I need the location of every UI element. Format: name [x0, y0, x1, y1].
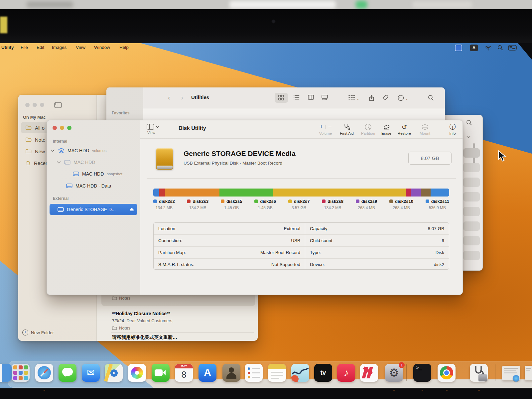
- dock-chrome-icon[interactable]: [438, 364, 456, 382]
- dock-messages-icon[interactable]: [59, 364, 76, 382]
- note-row3-title[interactable]: 请帮我用标准化美式英文重新…: [112, 334, 177, 340]
- control-center-icon[interactable]: [508, 44, 517, 51]
- sidebar-item-mac-hdd-container[interactable]: MAC HDD volumes: [51, 146, 106, 155]
- spotlight-icon[interactable]: [497, 44, 503, 51]
- device-subtitle: USB External Physical Disk · Master Boot…: [184, 161, 282, 166]
- device-info-table: Location:External Connection:USB Partiti…: [153, 222, 449, 270]
- menu-app-name[interactable]: Utility: [1, 45, 14, 50]
- legend-dot: [356, 200, 359, 203]
- minimize-button[interactable]: [60, 126, 64, 130]
- add-volume-icon[interactable]: +: [317, 123, 325, 131]
- partition-segment: [431, 189, 449, 197]
- sidebar-item-mac-hdd-dimmed[interactable]: MAC HDD: [57, 158, 95, 167]
- back-button[interactable]: ‹: [168, 93, 170, 101]
- minimize-button[interactable]: [33, 103, 37, 107]
- close-button[interactable]: [53, 126, 57, 130]
- sidebar-toggle-icon[interactable]: [54, 102, 62, 108]
- partition-usage-bar: [153, 189, 449, 197]
- menu-help[interactable]: Help: [119, 45, 129, 50]
- dock-launchpad-icon[interactable]: [12, 364, 30, 382]
- dock-mail-icon[interactable]: ✉: [82, 364, 100, 382]
- more-options-icon[interactable]: [398, 95, 404, 101]
- dock-safari-icon[interactable]: [35, 364, 53, 382]
- menu-file[interactable]: File: [21, 45, 28, 50]
- gallery-view-icon[interactable]: [322, 95, 328, 100]
- dock-maps-icon[interactable]: ➤: [105, 364, 123, 382]
- dock-finder-icon[interactable]: [0, 364, 12, 382]
- chevron-down-icon[interactable]: [57, 161, 61, 164]
- menu-view[interactable]: View: [76, 45, 85, 50]
- group-by-icon[interactable]: [348, 95, 355, 100]
- list-item: [463, 178, 480, 187]
- zoom-button[interactable]: [40, 103, 44, 107]
- sidebar-item-mac-hdd-snapshot[interactable]: MAC HDD snapshot: [73, 170, 122, 178]
- chevron-down-icon[interactable]: [466, 136, 470, 138]
- dock-reminders-icon[interactable]: [245, 364, 263, 382]
- view-button[interactable]: View: [147, 124, 162, 135]
- mount-button[interactable]: Mount: [412, 123, 438, 135]
- dock-contacts-icon[interactable]: [222, 364, 240, 382]
- share-icon[interactable]: [369, 95, 374, 101]
- forward-button[interactable]: ›: [181, 93, 183, 101]
- sidebar-item-generic-storage-selected[interactable]: Generic STORAGE D...: [50, 204, 137, 215]
- dock-minimized-window[interactable]: [502, 366, 520, 380]
- sidebar-item-mac-hdd-data[interactable]: MAC HDD - Data: [66, 182, 111, 190]
- dock-calendar-icon[interactable]: MAY 8: [175, 364, 193, 382]
- dock-app-store-icon[interactable]: A: [199, 364, 216, 382]
- legend-dot: [153, 200, 157, 203]
- screen-bezel-bottom: [0, 388, 532, 399]
- close-button[interactable]: [25, 103, 30, 107]
- screen-bezel-top: [0, 9, 532, 43]
- list-view-icon[interactable]: [294, 95, 300, 100]
- menu-images[interactable]: Images: [52, 45, 66, 50]
- menu-edit[interactable]: Edit: [37, 45, 44, 50]
- info-row: Partition Map:Master Boot Record: [154, 246, 305, 258]
- note-row2-snippet: 7/3/24 Dear Valued Customers,: [112, 318, 174, 323]
- dock-facetime-icon[interactable]: [152, 364, 170, 382]
- tag-icon[interactable]: [383, 95, 388, 100]
- dock-system-settings-icon[interactable]: ⚙1: [385, 364, 403, 382]
- input-source-icon[interactable]: A: [470, 44, 478, 51]
- folder-icon: [26, 125, 32, 130]
- chevron-down-icon: ⌄: [405, 97, 408, 100]
- note-row2-title[interactable]: **Holiday Closure Notice**: [112, 311, 170, 316]
- partition-segment: [165, 189, 220, 197]
- wifi-icon[interactable]: [485, 44, 492, 51]
- legend-dot: [389, 200, 393, 203]
- partition-segment: [421, 189, 430, 197]
- dock-apple-tv-icon[interactable]: tv: [314, 364, 332, 382]
- column-view-icon[interactable]: [308, 95, 314, 100]
- legend-item: disk2s61.45 GB: [254, 199, 276, 210]
- dock-terminal-icon[interactable]: >_: [413, 364, 431, 382]
- mouse-cursor: [497, 150, 509, 163]
- dock-notes-icon[interactable]: [268, 364, 286, 382]
- legend-item: disk2s8134.2 MB: [322, 199, 343, 210]
- note-row2-folder: Notes: [112, 326, 130, 331]
- dock-disk-utility-icon[interactable]: [470, 364, 488, 382]
- chevron-down-icon: [156, 126, 159, 128]
- info-row: Capacity:8.07 GB: [305, 223, 449, 234]
- legend-item: disk2s9268.4 MB: [356, 199, 377, 210]
- sticky-note: [0, 17, 7, 33]
- dock-music-icon[interactable]: ♪: [337, 364, 355, 382]
- chevron-down-icon[interactable]: [51, 149, 55, 152]
- zoom-button[interactable]: [67, 126, 71, 130]
- safari-badge-icon: [513, 375, 519, 382]
- new-folder-button[interactable]: + New Folder: [22, 330, 54, 335]
- info-row: Device:disk2: [305, 258, 449, 270]
- legend-item: disk2s11536.9 MB: [426, 199, 449, 210]
- dock-minimized-window[interactable]: [525, 366, 532, 380]
- remove-volume-icon[interactable]: −: [326, 123, 334, 131]
- dock-photos-icon[interactable]: [128, 364, 146, 382]
- info-row: S.M.A.R.T. status:Not Supported: [154, 258, 305, 270]
- menu-window[interactable]: Window: [94, 45, 110, 50]
- search-icon[interactable]: [428, 95, 434, 101]
- partition-segment: [159, 189, 165, 197]
- dock-news-icon[interactable]: [360, 364, 378, 382]
- dock-freeform-icon[interactable]: [291, 364, 309, 382]
- info-button[interactable]: ⓘ Info: [440, 123, 463, 135]
- eject-icon[interactable]: [130, 207, 134, 211]
- legend-dot: [254, 200, 258, 203]
- search-icon[interactable]: [466, 120, 472, 126]
- keyboard-badge-icon[interactable]: [455, 44, 462, 51]
